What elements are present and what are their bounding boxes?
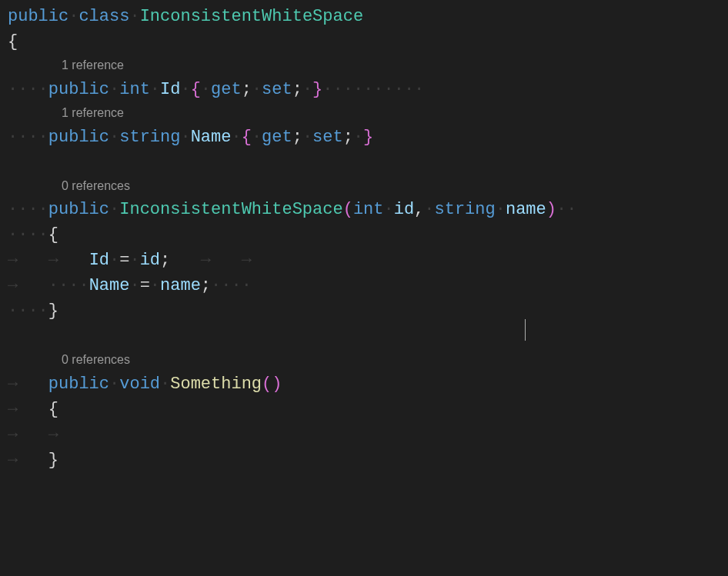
code-line[interactable]: ····{ — [0, 222, 728, 248]
whitespace-dot: · — [302, 80, 312, 99]
codelens-reference[interactable]: 0 references — [0, 175, 728, 198]
whitespace-dot: · — [129, 276, 139, 295]
trailing-whitespace: ···· — [211, 276, 252, 295]
whitespace-dot: · — [38, 225, 48, 245]
keyword: set — [262, 80, 292, 99]
brace: { — [48, 225, 58, 245]
whitespace-dot: · — [129, 251, 139, 270]
whitespace-dot: · — [252, 128, 262, 147]
paren: ( — [343, 200, 353, 219]
codelens-text: 1 reference — [62, 106, 124, 119]
whitespace-dot: · — [38, 301, 48, 321]
whitespace-dot: · — [38, 200, 48, 219]
whitespace-dot: · — [252, 80, 262, 99]
property: Name — [89, 276, 130, 295]
codelens-reference[interactable]: 0 references — [0, 349, 728, 371]
comma: , — [414, 200, 424, 219]
code-line[interactable]: ····public·InconsistentWhiteSpace(int·id… — [0, 197, 728, 222]
code-line[interactable]: ····} — [0, 298, 728, 324]
semicolon: ; — [242, 80, 252, 99]
code-line[interactable]: { — [0, 29, 728, 55]
equals: = — [119, 251, 129, 270]
whitespace-dot: · — [28, 200, 38, 219]
whitespace-dot: ···· — [48, 276, 89, 295]
method-name: Something — [170, 375, 262, 394]
equals: = — [140, 276, 150, 295]
empty-line[interactable] — [0, 324, 728, 349]
empty-line[interactable] — [0, 150, 728, 175]
whitespace-tab: → — [8, 251, 18, 270]
whitespace-dot: · — [38, 128, 48, 147]
whitespace-dot: · — [28, 80, 38, 99]
parameter: name — [506, 200, 546, 219]
code-line[interactable]: → public·void·Something() — [0, 371, 728, 397]
whitespace-dot: · — [68, 7, 78, 26]
identifier: name — [160, 276, 201, 295]
whitespace-dot: · — [109, 80, 119, 99]
whitespace-dot: · — [38, 80, 48, 99]
paren: ) — [546, 200, 556, 219]
codelens-reference[interactable]: 1 reference — [0, 55, 728, 77]
code-line[interactable]: → } — [0, 448, 728, 473]
whitespace-tab: → — [8, 425, 18, 444]
identifier: id — [140, 251, 160, 270]
code-line[interactable]: → ····Name·=·name;···· — [0, 273, 728, 298]
brace: } — [363, 128, 373, 147]
whitespace-dot: · — [8, 80, 18, 99]
code-editor[interactable]: public·class·InconsistentWhiteSpace { 1 … — [0, 4, 728, 473]
code-line[interactable]: ····public·string·Name·{·get;·set;·} — [0, 125, 728, 150]
paren: ( — [262, 375, 272, 394]
trailing-whitespace: ·· — [556, 200, 576, 219]
class-name: InconsistentWhiteSpace — [140, 7, 363, 26]
whitespace-dot: · — [28, 225, 38, 245]
code-line[interactable]: public·class·InconsistentWhiteSpace — [0, 4, 728, 29]
code-line[interactable]: → → — [0, 422, 728, 448]
brace: } — [312, 80, 322, 99]
whitespace-tab: → — [8, 400, 18, 419]
whitespace-dot: · — [8, 225, 18, 245]
whitespace-dot: · — [496, 200, 506, 219]
code-line[interactable]: → { — [0, 397, 728, 422]
whitespace-dot: · — [18, 80, 28, 99]
brace: { — [8, 32, 18, 52]
property: Id — [89, 251, 109, 270]
keyword: int — [119, 80, 150, 99]
keyword: class — [78, 7, 129, 26]
whitespace-dot: · — [8, 128, 18, 147]
keyword: public — [48, 375, 109, 394]
whitespace-dot: · — [8, 200, 18, 219]
keyword: void — [119, 375, 160, 394]
codelens-text: 1 reference — [62, 58, 124, 72]
whitespace-tab: → — [8, 375, 18, 394]
brace: { — [48, 400, 58, 419]
whitespace-dot: · — [180, 80, 190, 99]
text-cursor — [525, 319, 526, 341]
semicolon: ; — [201, 276, 211, 295]
codelens-reference[interactable]: 1 reference — [0, 102, 728, 125]
whitespace-dot: · — [28, 128, 38, 147]
whitespace-dot: · — [109, 375, 119, 394]
whitespace-tab: → — [8, 451, 18, 470]
code-line[interactable]: → → Id·=·id; → → — [0, 248, 728, 273]
keyword: set — [312, 128, 343, 147]
constructor-name: InconsistentWhiteSpace — [119, 200, 342, 219]
whitespace-dot: · — [8, 301, 18, 321]
semicolon: ; — [292, 128, 302, 147]
property: Id — [160, 80, 180, 99]
whitespace-dot: · — [18, 200, 28, 219]
whitespace-dot: · — [129, 7, 139, 26]
semicolon: ; — [160, 251, 170, 270]
codelens-text: 0 references — [62, 353, 130, 366]
whitespace-tab: → — [48, 425, 58, 444]
trailing-whitespace: ·········· — [322, 80, 424, 99]
semicolon: ; — [343, 128, 353, 147]
whitespace-dot: · — [302, 128, 312, 147]
whitespace-dot: · — [18, 128, 28, 147]
whitespace-dot: · — [384, 200, 394, 219]
paren: ) — [272, 375, 282, 394]
keyword: string — [119, 128, 180, 147]
code-line[interactable]: ····public·int·Id·{·get;·set;·}·········… — [0, 77, 728, 102]
brace: } — [48, 301, 58, 321]
whitespace-dot: · — [180, 128, 190, 147]
brace: { — [242, 128, 252, 147]
